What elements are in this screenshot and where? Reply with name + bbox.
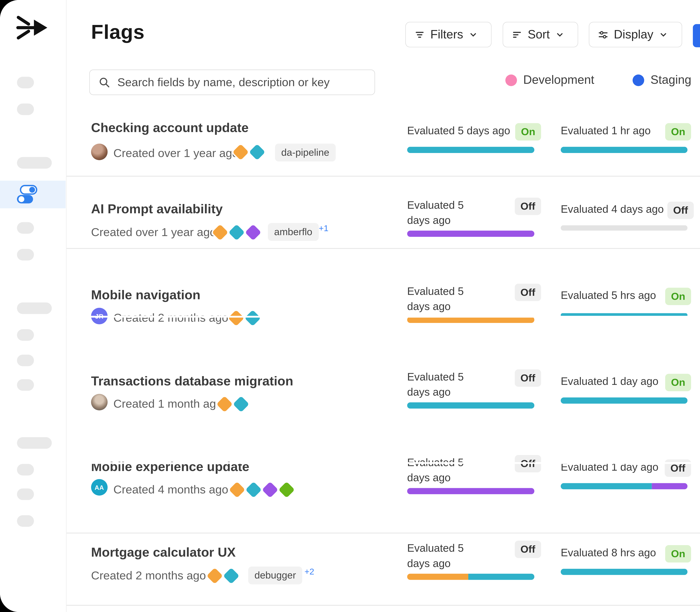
orange-diamond-icon [228, 310, 244, 326]
tag-more-count[interactable]: +2 [305, 567, 314, 577]
row-divider [67, 248, 700, 249]
evaluated-label: Evaluated 8 hrs ago [561, 545, 656, 560]
purple-diamond-icon [262, 482, 278, 498]
progress-bar [407, 317, 534, 323]
status-badge: Off [515, 284, 541, 301]
orange-diamond-icon [212, 224, 228, 241]
clipped-edge-button[interactable] [693, 24, 700, 47]
sidebar-skeleton-item[interactable] [17, 77, 34, 88]
status-badge: Off [515, 198, 541, 215]
evaluated-label: Evaluated 5 days ago [407, 541, 488, 571]
staging-dot-icon [633, 74, 644, 86]
tag-chip[interactable]: debugger [248, 567, 302, 584]
sort-button-label: Sort [528, 28, 550, 42]
app-logo[interactable] [14, 13, 48, 44]
legend-staging-label: Staging [650, 73, 691, 87]
purple-diamond-icon [245, 224, 261, 241]
avatar [91, 394, 108, 411]
env-cell: Evaluated 1 day ago On [561, 374, 691, 403]
chevron-down-icon [658, 30, 668, 40]
filters-button[interactable]: Filters [405, 22, 492, 47]
legend-development-label: Development [523, 73, 594, 87]
env-cell: Evaluated 5 days ago Off [407, 541, 541, 580]
created-label: Created over 1 year ago [113, 146, 239, 160]
search-bar [89, 70, 375, 95]
sidebar-skeleton-item[interactable] [17, 249, 34, 261]
flag-diamonds [209, 570, 237, 582]
env-cell: Evaluated 1 day ago Off [561, 459, 691, 489]
search-input[interactable] [89, 70, 375, 95]
env-cell: Evaluated 1 hr ago On [561, 123, 691, 153]
progress-bar [407, 231, 534, 237]
teal-diamond-icon [228, 224, 245, 241]
chevron-down-icon [555, 30, 565, 40]
row-divider [67, 176, 700, 177]
sort-button[interactable]: Sort [503, 22, 578, 47]
flag-row[interactable]: Mortgage calculator UX Created 2 months … [0, 541, 700, 594]
sidebar-skeleton-item[interactable] [17, 437, 52, 449]
progress-bar [561, 397, 688, 403]
progress-bar [561, 483, 688, 489]
evaluated-label: Evaluated 1 day ago [561, 374, 658, 389]
filter-icon [414, 29, 426, 40]
orange-diamond-icon [232, 144, 249, 160]
status-badge: On [515, 123, 541, 140]
green-diamond-icon [278, 482, 295, 498]
status-badge: On [665, 545, 691, 562]
flag-title: Mortgage calculator UX [91, 545, 236, 560]
created-label: Created 2 months ago [113, 311, 228, 325]
tag-more-count[interactable]: +1 [319, 223, 328, 233]
avatar [91, 144, 108, 160]
evaluated-label: Evaluated 5 days ago [407, 284, 488, 314]
evaluated-label: Evaluated 5 days ago [407, 370, 488, 400]
filters-button-label: Filters [430, 28, 463, 42]
flag-row[interactable]: Transactions database migration Created … [0, 370, 700, 423]
created-label: Created over 1 year ago [91, 225, 216, 239]
env-cell: Evaluated 8 hrs ago On [561, 545, 691, 575]
sidebar-skeleton-item[interactable] [17, 103, 34, 115]
progress-bar [561, 147, 688, 153]
overlay-line [67, 462, 700, 464]
evaluated-label: Evaluated 1 day ago [561, 459, 658, 474]
env-cell: Evaluated 5 hrs ago On [561, 288, 691, 317]
tag-chip[interactable]: da-pipeline [275, 144, 336, 162]
flag-row[interactable]: Checking account update Created over 1 y… [0, 121, 700, 176]
progress-bar [407, 147, 534, 153]
evaluated-label: Evaluated 1 hr ago [561, 123, 650, 138]
status-badge: Off [668, 201, 694, 219]
created-label: Created 2 months ago [91, 569, 206, 583]
sidebar-skeleton-item[interactable] [17, 515, 34, 527]
progress-bar [561, 225, 688, 231]
flag-row[interactable]: Mobile navigation JR Created 2 months ag… [0, 284, 700, 337]
display-button[interactable]: Display [589, 22, 682, 47]
flag-diamonds [231, 484, 293, 496]
progress-bar [407, 573, 534, 580]
teal-diamond-icon [244, 310, 261, 326]
flag-diamonds [235, 146, 263, 158]
development-dot-icon [505, 74, 517, 86]
legend-development: Development [505, 73, 594, 87]
tag-chip[interactable]: amberflo [268, 223, 319, 241]
sort-icon [511, 29, 523, 40]
flag-title: Mobile navigation [91, 288, 201, 303]
flag-diamonds [230, 312, 258, 324]
display-sliders-icon [597, 29, 609, 40]
env-cell: Evaluated 5 days ago On [407, 123, 541, 153]
progress-bar [407, 402, 534, 408]
flag-row[interactable]: AI Prompt availability Created over 1 ye… [0, 198, 700, 248]
env-cell: Evaluated 4 days ago Off [561, 201, 691, 231]
overlay-line [67, 316, 700, 318]
evaluated-label: Evaluated 5 days ago [407, 455, 488, 485]
status-badge: On [665, 374, 691, 391]
env-cell: Evaluated 5 days ago Off [407, 370, 541, 409]
teal-diamond-icon [249, 144, 266, 160]
created-label: Created 4 months ago [113, 483, 228, 497]
created-label: Created 1 month ago [113, 397, 223, 411]
sidebar-skeleton-item[interactable] [17, 354, 34, 366]
evaluated-label: Evaluated 4 days ago [561, 201, 664, 217]
flag-title: Checking account update [91, 121, 248, 135]
env-cell: Evaluated 5 days ago Off [407, 198, 541, 237]
flag-diamonds [214, 226, 259, 238]
teal-diamond-icon [223, 568, 240, 584]
env-cell: Evaluated 5 days ago Off [407, 455, 541, 494]
